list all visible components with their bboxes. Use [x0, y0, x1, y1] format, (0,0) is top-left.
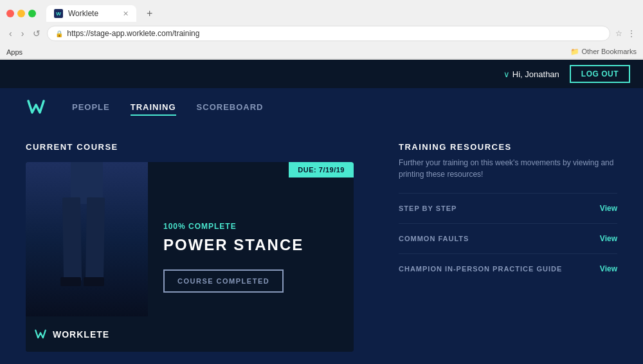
footer-logo-icon — [33, 329, 48, 340]
course-image-footer: WORKLETE — [26, 316, 148, 352]
browser-top-bar: W Worklete ✕ + — [0, 0, 643, 22]
person-body — [58, 162, 116, 281]
resource-name-0: STEP BY STEP — [399, 205, 457, 212]
apps-bookmark[interactable]: Apps — [6, 48, 23, 56]
bookmarks-bar: Apps 📁 Other Bookmarks — [0, 45, 643, 59]
resource-view-link-0[interactable]: View — [600, 204, 617, 213]
new-tab-button[interactable]: + — [141, 5, 158, 22]
back-button[interactable]: ‹ — [6, 27, 15, 40]
app-logo[interactable] — [26, 98, 46, 116]
app-navigation: PEOPLE TRAINING SCOREBOARD — [0, 88, 643, 127]
nav-scoreboard[interactable]: SCOREBOARD — [197, 100, 264, 116]
course-person-image — [26, 162, 148, 316]
browser-action-buttons: ☆ ⋮ — [614, 28, 637, 39]
app-header: ∨ Hi, Jonathan LOG OUT — [0, 60, 643, 88]
nav-links: PEOPLE TRAINING SCOREBOARD — [72, 100, 264, 116]
person-silhouette — [26, 162, 148, 316]
nav-training[interactable]: TRAINING — [131, 100, 176, 116]
resource-name-2: CHAMPION IN-PERSON PRACTICE GUIDE — [399, 265, 562, 273]
app-main-content: CURRENT COURSE — [0, 127, 643, 364]
resources-description: Further your training on this week's mov… — [399, 157, 617, 180]
extensions-button[interactable]: ⋮ — [626, 28, 637, 39]
left-leg — [62, 197, 82, 281]
course-card: WORKLETE DUE: 7/19/19 100% COMPLETE POWE… — [26, 162, 354, 352]
due-badge: DUE: 7/19/19 — [289, 162, 354, 177]
resource-view-link-2[interactable]: View — [600, 264, 617, 273]
tab-title: Worklete — [68, 9, 98, 18]
right-shoe — [84, 277, 104, 286]
close-window-dot[interactable] — [6, 10, 14, 17]
logout-button[interactable]: LOG OUT — [570, 65, 630, 83]
resource-view-link-1[interactable]: View — [600, 234, 617, 243]
browser-tab[interactable]: W Worklete ✕ — [46, 5, 136, 22]
browser-chrome: W Worklete ✕ + ‹ › ↺ 🔒 https://stage-app… — [0, 0, 643, 60]
username: Jonathan — [525, 69, 559, 79]
tab-close-button[interactable]: ✕ — [123, 10, 129, 18]
other-bookmarks-label: 📁 — [570, 48, 581, 55]
right-leg — [86, 197, 105, 281]
resource-item-2: CHAMPION IN-PERSON PRACTICE GUIDE View — [399, 253, 617, 284]
course-content: DUE: 7/19/19 100% COMPLETE POWER STANCE … — [148, 162, 354, 352]
resource-name-1: COMMON FAULTS — [399, 235, 469, 242]
footer-logo-text: WORKLETE — [53, 329, 109, 340]
refresh-button[interactable]: ↺ — [30, 27, 43, 40]
resources-title: TRAINING RESOURCES — [399, 142, 617, 152]
window-controls — [6, 10, 36, 17]
current-course-title: CURRENT COURSE — [26, 142, 373, 152]
resource-item-1: COMMON FAULTS View — [399, 223, 617, 253]
course-progress: 100% COMPLETE — [163, 222, 338, 231]
course-completed-button[interactable]: COURSE COMPLETED — [163, 269, 284, 293]
browser-toolbar: ‹ › ↺ 🔒 https://stage-app.worklete.com/t… — [0, 22, 643, 45]
greeting-prefix: Hi, — [512, 69, 525, 79]
other-bookmarks-text[interactable]: Other Bookmarks — [581, 48, 637, 55]
minimize-window-dot[interactable] — [17, 10, 25, 17]
maximize-window-dot[interactable] — [28, 10, 36, 17]
address-bar[interactable]: 🔒 https://stage-app.worklete.com/trainin… — [47, 26, 610, 41]
bookmarks-left: Apps — [6, 48, 23, 56]
course-image: WORKLETE — [26, 162, 148, 352]
tab-favicon: W — [54, 9, 63, 18]
forward-button[interactable]: › — [19, 27, 27, 40]
other-bookmarks: 📁 Other Bookmarks — [570, 48, 637, 56]
resource-item-0: STEP BY STEP View — [399, 193, 617, 223]
lock-icon: 🔒 — [55, 30, 63, 37]
current-course-section: CURRENT COURSE — [26, 142, 373, 364]
url-text: https://stage-app.worklete.com/training — [67, 29, 199, 38]
left-shoe — [60, 277, 81, 286]
nav-people[interactable]: PEOPLE — [72, 100, 110, 116]
course-name: POWER STANCE — [163, 236, 338, 254]
training-resources-section: TRAINING RESOURCES Further your training… — [399, 142, 617, 364]
greeting-text: ∨ Hi, Jonathan — [503, 69, 559, 79]
bookmark-star-button[interactable]: ☆ — [614, 28, 624, 39]
